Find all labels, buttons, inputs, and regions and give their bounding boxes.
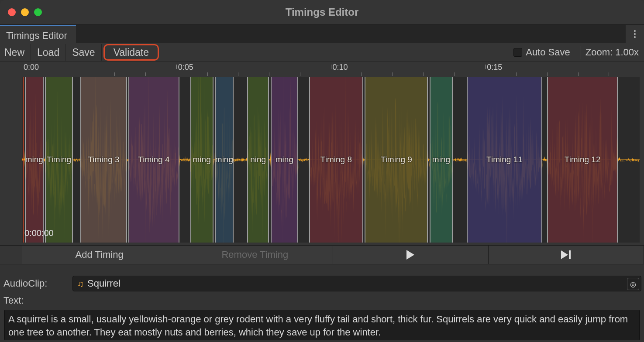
target-icon: ◎ (630, 280, 636, 288)
playhead[interactable] (23, 77, 24, 243)
new-button[interactable]: New (0, 44, 31, 61)
window-zoom-button[interactable] (34, 8, 42, 16)
track-controls: Add Timing Remove Timing (0, 245, 644, 264)
validate-button-label: Validate (114, 47, 149, 58)
audioclip-field[interactable]: ♫ Squirrel ◎ (72, 276, 641, 291)
remove-timing-label: Remove Timing (221, 249, 288, 260)
properties-panel: AudioClip: ♫ Squirrel ◎ Text: A squirrel… (0, 274, 644, 340)
timeline[interactable]: 0:000:050:100:15 mingTimingTiming 3Timin… (0, 62, 644, 245)
skip-end-button[interactable] (489, 246, 644, 264)
timing-region[interactable]: ning (247, 77, 269, 243)
auto-save-label: Auto Save (526, 47, 570, 58)
timing-region-label: ming (215, 155, 233, 164)
timing-region[interactable]: ming (190, 77, 214, 243)
timing-region[interactable]: ming (215, 77, 233, 243)
timing-region-label: Timing 12 (565, 155, 601, 164)
tab-bar: Timings Editor (0, 24, 644, 43)
text-field-row: Text: (3, 293, 641, 308)
validate-button[interactable]: Validate (103, 44, 159, 61)
timing-region[interactable]: Timing (45, 77, 73, 243)
remove-timing-button[interactable]: Remove Timing (177, 246, 333, 264)
text-value: A squirrel is a small, usually yellowish… (8, 314, 628, 338)
timing-region-label: Timing 11 (486, 155, 523, 164)
timing-region-label: Timing 9 (381, 155, 412, 164)
audioclip-value: Squirrel (87, 278, 121, 289)
timing-region[interactable]: ming (430, 77, 453, 243)
playhead-timecode: 0:00:00 (24, 228, 54, 238)
audioclip-field-row: AudioClip: ♫ Squirrel ◎ (3, 274, 641, 293)
save-button-label: Save (72, 47, 95, 58)
timing-region[interactable]: ming (25, 77, 43, 243)
auto-save-checkbox[interactable] (513, 48, 522, 57)
timing-region-label: Timing 8 (320, 155, 352, 164)
panel-divider (0, 264, 644, 274)
skip-end-icon (561, 250, 571, 259)
add-timing-button[interactable]: Add Timing (22, 246, 177, 264)
kebab-icon (634, 30, 636, 38)
timing-region[interactable]: Timing 9 (365, 77, 428, 243)
text-label: Text: (3, 295, 72, 306)
timing-region[interactable]: Timing 3 (80, 77, 127, 243)
timing-region-label: Timing 3 (88, 155, 119, 164)
auto-save-toggle[interactable]: Auto Save (513, 47, 576, 58)
play-button[interactable] (333, 246, 489, 264)
new-button-label: New (4, 47, 24, 58)
waveform-track[interactable]: mingTimingTiming 3Timing 4mingmingningmi… (22, 77, 640, 243)
save-button[interactable]: Save (66, 44, 101, 61)
zoom-readout: Zoom: 1.00x (585, 47, 644, 58)
tab-timings-editor[interactable]: Timings Editor (0, 25, 76, 43)
audioclip-icon: ♫ (77, 279, 84, 289)
audioclip-label: AudioClip: (3, 278, 72, 289)
load-button[interactable]: Load (31, 44, 66, 61)
window-minimize-button[interactable] (21, 8, 29, 16)
timing-region[interactable]: Timing 4 (128, 77, 179, 243)
load-button-label: Load (37, 47, 59, 58)
timing-region-label: ming (25, 155, 43, 164)
add-timing-label: Add Timing (76, 249, 124, 260)
object-picker-button[interactable]: ◎ (627, 278, 639, 290)
window-controls (0, 8, 42, 16)
text-field[interactable]: A squirrel is a small, usually yellowish… (4, 310, 640, 340)
timing-region-label: Timing (47, 155, 71, 164)
tabbar-spacer (76, 25, 626, 43)
timing-region[interactable]: Timing 12 (547, 77, 618, 243)
timing-region[interactable]: Timing 8 (309, 77, 363, 243)
timing-region-label: Timing 4 (138, 155, 169, 164)
timing-region-label: ming (276, 155, 293, 164)
timing-region-label: ming (432, 155, 450, 164)
time-ruler[interactable]: 0:000:050:100:15 (22, 65, 640, 77)
window-titlebar: Timings Editor (0, 0, 644, 24)
toolbar-separator (581, 46, 581, 59)
timing-region[interactable]: ming (271, 77, 299, 243)
timing-region-label: ming (193, 155, 211, 164)
timing-region-label: ning (250, 155, 266, 164)
timing-region[interactable]: Timing 11 (467, 77, 542, 243)
window-close-button[interactable] (8, 8, 16, 16)
tab-label: Timings Editor (6, 30, 67, 41)
play-icon (406, 250, 414, 260)
window-title: Timings Editor (0, 6, 644, 18)
toolbar: New Load Save Validate Auto Save Zoom: 1… (0, 43, 644, 62)
tab-options-button[interactable] (626, 25, 644, 43)
